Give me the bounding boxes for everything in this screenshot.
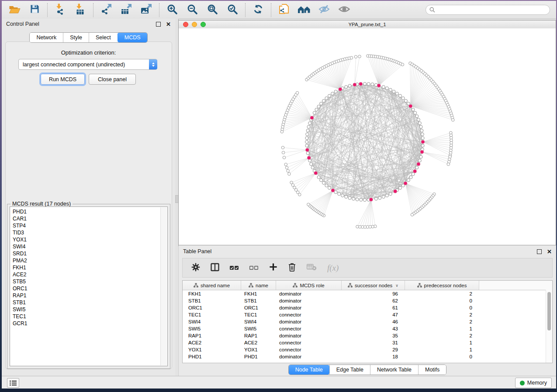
- mcds-result-item[interactable]: GCR1: [10, 320, 161, 327]
- float-table-panel-icon[interactable]: [537, 249, 542, 254]
- table-row[interactable]: RAP1RAP1dominator352: [183, 332, 552, 339]
- mcds-result-item[interactable]: SWI5: [10, 306, 161, 313]
- network-canvas[interactable]: [179, 28, 556, 245]
- tab-select[interactable]: Select: [89, 33, 118, 42]
- tab-node-table[interactable]: Node Table: [289, 365, 329, 375]
- save-session-button[interactable]: [28, 3, 42, 17]
- network-window-titlebar[interactable]: YPA_prune.txt_1: [179, 21, 556, 29]
- cell-successor-nodes[interactable]: 43: [342, 325, 405, 332]
- tab-mcds[interactable]: MCDS: [118, 33, 147, 42]
- cell-mcds-role[interactable]: dominator: [276, 353, 342, 360]
- cell-shared-name[interactable]: ACE2: [183, 339, 241, 346]
- cell-successor-nodes[interactable]: 29: [342, 346, 405, 353]
- cell-mcds-role[interactable]: dominator: [276, 332, 342, 339]
- mcds-result-item[interactable]: FKH1: [10, 264, 161, 271]
- mcds-result-item[interactable]: STP4: [10, 222, 161, 229]
- cell-predecessor-nodes[interactable]: 0: [405, 353, 479, 360]
- column-header-mcds-role[interactable]: MCDS role: [276, 281, 342, 290]
- column-header-shared-name[interactable]: shared name: [183, 281, 241, 290]
- copy-network-button[interactable]: [277, 3, 291, 17]
- table-scrollbar[interactable]: [546, 290, 552, 363]
- tab-style[interactable]: Style: [63, 33, 89, 42]
- cell-predecessor-nodes[interactable]: 2: [405, 290, 479, 297]
- cell-mcds-role[interactable]: dominator: [276, 318, 342, 325]
- zoom-out-button[interactable]: [185, 3, 199, 17]
- tab-motifs[interactable]: Motifs: [418, 365, 446, 375]
- mcds-result-item[interactable]: STB5: [10, 278, 161, 285]
- tab-network-table[interactable]: Network Table: [370, 365, 418, 375]
- cell-predecessor-nodes[interactable]: 1: [405, 346, 479, 353]
- memory-button[interactable]: Memory: [515, 378, 552, 388]
- cell-name[interactable]: PHD1: [241, 353, 276, 360]
- table-row[interactable]: YOX1YOX1connector291: [183, 346, 552, 353]
- cell-shared-name[interactable]: ORC1: [183, 304, 241, 311]
- mcds-result-item[interactable]: TID3: [10, 229, 161, 236]
- cell-name[interactable]: ACE2: [241, 339, 276, 346]
- cell-shared-name[interactable]: STB1: [183, 297, 241, 304]
- refresh-view-button[interactable]: [251, 3, 265, 17]
- mcds-result-item[interactable]: SWI4: [10, 243, 161, 250]
- export-network-button[interactable]: [99, 3, 113, 17]
- cell-successor-nodes[interactable]: 46: [342, 318, 405, 325]
- cell-mcds-role[interactable]: dominator: [276, 297, 342, 304]
- table-row[interactable]: TEC1TEC1connector472: [183, 311, 552, 318]
- deselect-all-button[interactable]: [249, 264, 259, 272]
- table-row[interactable]: SWI5SWI5connector431: [183, 325, 552, 332]
- cell-predecessor-nodes[interactable]: 1: [405, 339, 479, 346]
- import-network-button[interactable]: [53, 3, 67, 17]
- mcds-result-item[interactable]: YOX1: [10, 236, 161, 243]
- column-header-predecessor-nodes[interactable]: predecessor nodes: [405, 281, 479, 290]
- table-row[interactable]: FKH1FKH1dominator962: [183, 290, 552, 297]
- mcds-result-item[interactable]: PMA2: [10, 257, 161, 264]
- cell-shared-name[interactable]: SWI4: [183, 318, 241, 325]
- cell-shared-name[interactable]: FKH1: [183, 290, 241, 297]
- table-row[interactable]: ORC1ORC1dominator610: [183, 304, 552, 311]
- cell-successor-nodes[interactable]: 61: [342, 304, 405, 311]
- cell-name[interactable]: SWI5: [241, 325, 276, 332]
- cell-successor-nodes[interactable]: 18: [342, 353, 405, 360]
- mcds-result-item[interactable]: SRD1: [10, 250, 161, 257]
- close-panel-icon[interactable]: ✕: [166, 21, 171, 27]
- cell-name[interactable]: RAP1: [241, 332, 276, 339]
- hide-selected-button[interactable]: [317, 3, 331, 17]
- mcds-result-item[interactable]: ORC1: [10, 285, 161, 292]
- zoom-selected-button[interactable]: [225, 3, 239, 17]
- close-panel-button[interactable]: Close panel: [89, 74, 136, 85]
- table-row[interactable]: ACE2ACE2connector311: [183, 339, 552, 346]
- float-panel-icon[interactable]: [156, 22, 161, 27]
- mcds-result-list[interactable]: PHD1CAR1STP4TID3YOX1SWI4SRD1PMA2FKH1ACE2…: [10, 206, 168, 366]
- cell-name[interactable]: FKH1: [241, 290, 276, 297]
- cell-predecessor-nodes[interactable]: 2: [405, 311, 479, 318]
- cell-name[interactable]: SWI4: [241, 318, 276, 325]
- cell-mcds-role[interactable]: dominator: [276, 290, 342, 297]
- select-all-button[interactable]: [230, 264, 239, 272]
- close-table-panel-icon[interactable]: ✕: [547, 249, 552, 254]
- table-row[interactable]: SWI4SWI4dominator462: [183, 318, 552, 325]
- cell-mcds-role[interactable]: connector: [276, 325, 342, 332]
- cell-predecessor-nodes[interactable]: 0: [405, 297, 479, 304]
- show-panels-button[interactable]: [7, 378, 19, 388]
- cell-predecessor-nodes[interactable]: 2: [405, 318, 479, 325]
- cell-predecessor-nodes[interactable]: 1: [405, 325, 479, 332]
- mcds-result-item[interactable]: RAP1: [10, 292, 161, 299]
- cell-name[interactable]: YOX1: [241, 346, 276, 353]
- mcds-result-item[interactable]: TEC1: [10, 313, 161, 320]
- first-neighbors-button[interactable]: [297, 3, 311, 17]
- cell-name[interactable]: TEC1: [241, 311, 276, 318]
- cell-mcds-role[interactable]: dominator: [276, 304, 342, 311]
- zoom-in-button[interactable]: [165, 3, 179, 17]
- column-header-successor-nodes[interactable]: successor nodes∨: [342, 281, 405, 290]
- export-table-button[interactable]: [119, 3, 133, 17]
- cell-shared-name[interactable]: SWI5: [183, 325, 241, 332]
- cell-predecessor-nodes[interactable]: 0: [405, 304, 479, 311]
- cell-successor-nodes[interactable]: 35: [342, 332, 405, 339]
- search-field[interactable]: [426, 5, 550, 15]
- mcds-result-item[interactable]: PHD1: [10, 208, 161, 215]
- optimization-criterion-select[interactable]: largest connected component (undirected): [18, 59, 157, 70]
- settings-button[interactable]: [191, 263, 200, 273]
- cell-predecessor-nodes[interactable]: 2: [405, 332, 479, 339]
- export-image-button[interactable]: [139, 3, 153, 17]
- column-header-name[interactable]: name: [241, 281, 276, 290]
- cell-successor-nodes[interactable]: 62: [342, 297, 405, 304]
- cell-shared-name[interactable]: RAP1: [183, 332, 241, 339]
